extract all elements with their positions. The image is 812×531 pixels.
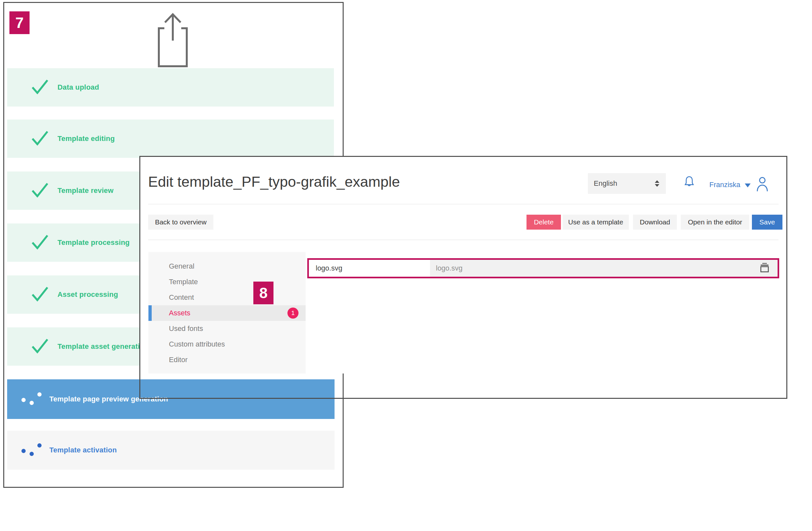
nav-item-template[interactable]: Template bbox=[148, 274, 306, 290]
pipeline-step-label: Template processing bbox=[58, 238, 130, 247]
notifications-bell-icon[interactable] bbox=[683, 175, 696, 193]
step-badge-7: 7 bbox=[10, 11, 30, 34]
asset-name-input[interactable] bbox=[309, 260, 430, 277]
pipeline-step-label: Template review bbox=[58, 187, 114, 195]
caret-down-icon bbox=[745, 183, 751, 187]
page-title: Edit template_PF_typo-grafik_example bbox=[148, 174, 400, 190]
open-in-editor-label: Open in the editor bbox=[688, 218, 742, 226]
pipeline-step: Template editing bbox=[7, 119, 334, 158]
edit-template-window: Edit template_PF_typo-grafik_example Eng… bbox=[139, 156, 787, 373]
nav-item-label: Used fonts bbox=[169, 324, 203, 333]
pipeline-step-label: Template page preview generation bbox=[49, 395, 168, 403]
back-button-label: Back to overview bbox=[155, 218, 206, 226]
nav-item-custom-attributes[interactable]: Custom attributes bbox=[148, 337, 306, 352]
header-divider bbox=[148, 204, 779, 204]
pipeline-step-label: Template editing bbox=[58, 134, 115, 143]
check-icon bbox=[31, 338, 48, 355]
use-as-template-button[interactable]: Use as a template bbox=[563, 215, 629, 230]
save-button-label: Save bbox=[759, 218, 775, 226]
delete-button[interactable]: Delete bbox=[526, 215, 561, 230]
user-icon bbox=[755, 175, 769, 194]
loading-spinner bbox=[21, 389, 43, 409]
step-badge-7-number: 7 bbox=[15, 14, 24, 31]
language-select-value: English bbox=[594, 179, 655, 188]
nav-item-label: Content bbox=[169, 293, 194, 302]
nav-item-content[interactable]: Content bbox=[148, 290, 306, 305]
open-in-editor-button[interactable]: Open in the editor bbox=[681, 215, 749, 230]
step-badge-8: 8 bbox=[253, 282, 274, 304]
check-icon bbox=[31, 131, 48, 147]
pipeline-step-label: Template activation bbox=[49, 446, 117, 454]
nav-item-used-fonts[interactable]: Used fonts bbox=[148, 321, 306, 337]
loading-spinner bbox=[21, 440, 43, 460]
nav-item-label: Editor bbox=[169, 356, 187, 364]
language-select[interactable]: English bbox=[588, 173, 666, 194]
check-icon bbox=[31, 286, 48, 303]
pipeline-step-label: Template asset generation bbox=[58, 342, 149, 351]
download-button[interactable]: Download bbox=[633, 215, 677, 230]
download-button-label: Download bbox=[640, 218, 670, 226]
settings-nav: General Template Content Assets 1 Used f… bbox=[148, 252, 306, 373]
check-icon bbox=[31, 235, 48, 251]
asset-action-button[interactable] bbox=[759, 260, 778, 277]
pipeline-step-pending: Template activation bbox=[7, 431, 335, 470]
archive-icon bbox=[759, 262, 770, 274]
nav-item-label: General bbox=[169, 262, 194, 270]
asset-row: logo.svg bbox=[307, 258, 779, 278]
nav-item-editor[interactable]: Editor bbox=[148, 352, 306, 368]
asset-filename: logo.svg bbox=[430, 260, 759, 277]
upload-icon bbox=[158, 12, 188, 69]
save-button[interactable]: Save bbox=[752, 215, 782, 230]
nav-item-label: Template bbox=[169, 278, 198, 286]
nav-item-label: Assets bbox=[169, 309, 190, 317]
check-icon bbox=[31, 182, 48, 199]
pipeline-step-label: Data upload bbox=[58, 83, 99, 92]
use-as-template-label: Use as a template bbox=[568, 218, 623, 226]
user-name: Franziska bbox=[709, 180, 740, 189]
count-badge: 1 bbox=[288, 308, 299, 319]
pipeline-step-active: Template page preview generation bbox=[7, 379, 335, 419]
check-icon bbox=[31, 79, 48, 95]
pipeline-step: Data upload bbox=[7, 68, 334, 106]
nav-item-label: Custom attributes bbox=[169, 340, 225, 349]
pipeline-step-label: Asset processing bbox=[58, 290, 118, 299]
screenshot-canvas: 7 Data upload Template editing Template … bbox=[0, 0, 812, 531]
back-to-overview-button[interactable]: Back to overview bbox=[148, 215, 213, 230]
step-badge-8-number: 8 bbox=[259, 284, 267, 302]
nav-item-general[interactable]: General bbox=[148, 259, 306, 274]
delete-button-label: Delete bbox=[534, 218, 554, 226]
nav-item-assets[interactable]: Assets 1 bbox=[148, 305, 306, 321]
toolbar-divider bbox=[148, 240, 779, 240]
select-arrows-icon bbox=[655, 180, 659, 187]
user-menu[interactable]: Franziska bbox=[709, 175, 769, 194]
